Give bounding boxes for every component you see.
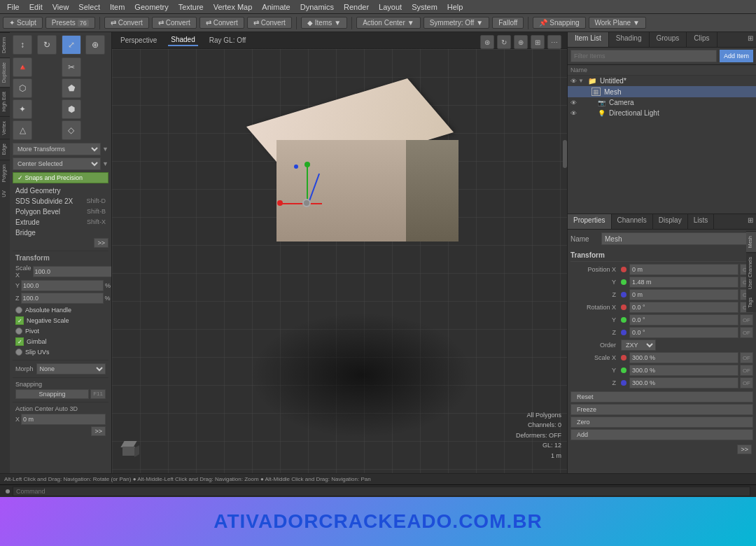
vp-lock-btn[interactable]: ⊛ [480,35,494,49]
side-tab-uv[interactable]: UV [0,186,10,202]
rt-tab-clips[interactable]: Clips [687,32,717,47]
vp-more-btn[interactable]: ⋯ [547,35,561,49]
menu-select[interactable]: Select [74,1,104,13]
prop-rot-x-input[interactable] [629,302,738,313]
symmetry-button[interactable]: Symmetry: Off ▼ [424,17,490,29]
prop-rot-z-input[interactable] [629,327,738,338]
command-input[interactable] [13,486,750,496]
negative-scale-check[interactable]: ✓ [15,316,24,325]
prop-scale-y-input[interactable] [629,365,738,376]
tool-e[interactable]: ✦ [13,99,32,119]
snapping-btn[interactable]: Snapping [15,389,89,399]
action-center-button[interactable]: Action Center ▼ [356,17,421,29]
tool-f[interactable]: ⬢ [62,99,81,119]
scale-x-input[interactable] [33,266,111,277]
rt-tab-itemlist[interactable]: Item List [568,32,609,47]
viewport-tab-raygl[interactable]: Ray GL: Off [206,35,249,46]
tool-a[interactable]: 🔺 [13,57,32,77]
order-select[interactable]: ZXY [621,340,656,351]
sds-subdivide-item[interactable]: SDS Subdivide 2X Shift-D [13,196,108,206]
tool-move[interactable]: ↕ [13,35,32,55]
tree-item-light[interactable]: 👁 💡 Directional Light [568,108,756,118]
side-tab-polygon[interactable]: Polygon [0,160,10,186]
falloff-button[interactable]: Falloff [492,17,524,29]
side-tab-edge[interactable]: Edge [0,139,10,159]
viewport-tab-perspective[interactable]: Perspective [118,35,160,46]
prop-scale-z-toggle[interactable]: OF [740,377,753,388]
snaps-precision-button[interactable]: ✓ Snaps and Precision [13,172,108,183]
props-tab-display[interactable]: Display [653,214,688,229]
prop-scale-x-toggle[interactable]: OF [740,352,753,363]
gimbal-check[interactable]: ✓ [15,337,24,346]
menu-item[interactable]: Item [106,1,129,13]
polygon-bevel-item[interactable]: Polygon Bevel Shift-B [13,206,108,217]
menu-render[interactable]: Render [340,1,373,13]
action-center-x-input[interactable] [21,414,106,425]
tool-rotate[interactable]: ↻ [37,35,57,55]
tool-d[interactable]: ⬟ [62,78,81,98]
add-button[interactable]: Add [570,429,753,440]
zero-button[interactable]: Zero [570,416,753,428]
rt-expand-btn[interactable]: ⊞ [745,32,756,47]
props-tab-lists[interactable]: Lists [688,214,715,229]
prop-pos-y-input[interactable] [629,276,738,288]
add-geometry-item[interactable]: Add Geometry [13,186,108,196]
prop-name-input[interactable] [601,232,753,245]
menu-dynamics[interactable]: Dynamics [296,1,338,13]
vp-fit-btn[interactable]: ⊞ [531,35,545,49]
expand-btn-2[interactable]: >> [91,426,106,436]
scale-y-input[interactable] [21,280,104,291]
prop-scale-z-input[interactable] [629,377,738,388]
viewport[interactable]: Perspective Shaded Ray GL: Off ⊛ ↻ ⊕ ⊞ ⋯ [112,32,567,497]
props-tab-channels[interactable]: Channels [612,214,653,229]
menu-view[interactable]: View [48,1,74,13]
expand-button[interactable]: >> [94,238,108,248]
viewport-tab-shaded[interactable]: Shaded [168,34,197,46]
more-transforms-select[interactable]: More Transforms [13,143,101,155]
vp-rotate-btn[interactable]: ↻ [497,35,511,49]
tool-scale[interactable]: ⤢ [62,35,81,55]
side-tab-vertex[interactable]: Vertex [0,116,10,139]
rt-tab-shading[interactable]: Shading [609,32,650,47]
add-item-button[interactable]: Add Item [720,50,753,62]
menu-animate[interactable]: Animate [258,1,294,13]
scale-z-input[interactable] [21,293,104,304]
presets-button[interactable]: Presets 76 [46,17,95,29]
menu-file[interactable]: File [3,1,24,13]
prop-scale-y-toggle[interactable]: OF [740,365,753,376]
tool-c[interactable]: ⬡ [13,78,32,98]
side-tab-tags[interactable]: Tags [746,293,756,312]
tool-g[interactable]: △ [13,120,32,140]
work-plane-button[interactable]: Work Plane ▼ [589,17,646,29]
tool-select[interactable]: ⊕ [85,35,105,55]
menu-geometry[interactable]: Geometry [130,1,172,13]
sculpt-button[interactable]: ✦ Sculpt [3,17,43,29]
side-tab-user-channels[interactable]: User Channels [746,252,756,293]
prop-scale-x-input[interactable] [629,352,738,363]
prop-rot-y-toggle[interactable]: OF [740,314,753,326]
convert-btn-1[interactable]: ⇄ Convert [104,17,149,29]
menu-texture[interactable]: Texture [174,1,208,13]
side-tab-deform[interactable]: Deform [0,32,10,57]
center-selected-select[interactable]: Center Selected [13,158,101,170]
menu-system[interactable]: System [407,1,442,13]
prop-rot-z-toggle[interactable]: OF [740,327,753,338]
prop-pos-x-input[interactable] [629,264,738,275]
props-expand-btn[interactable]: ⊞ [745,214,756,229]
morph-select[interactable]: None [36,363,106,374]
side-tab-mesh[interactable]: Mesh [746,231,756,252]
tree-item-camera[interactable]: 👁 📷 Camera [568,97,756,108]
props-expand-btn-2[interactable]: >> [737,444,752,454]
extrude-item[interactable]: Extrude Shift-X [13,217,108,227]
menu-layout[interactable]: Layout [374,1,406,13]
tree-item-mesh[interactable]: ▦ Mesh [568,86,756,97]
convert-btn-4[interactable]: ⇄ Convert [247,17,292,29]
props-tab-properties[interactable]: Properties [568,214,612,229]
convert-btn-3[interactable]: ⇄ Convert [200,17,244,29]
prop-pos-z-input[interactable] [629,289,738,300]
vp-zoom-btn[interactable]: ⊕ [514,35,528,49]
prop-rot-y-input[interactable] [629,314,738,326]
tree-item-untitled[interactable]: 👁 ▼ 📁 Untitled* [568,76,756,86]
side-tab-highedit[interactable]: High Edit [0,87,10,115]
tool-b[interactable]: ✂ [62,57,81,77]
